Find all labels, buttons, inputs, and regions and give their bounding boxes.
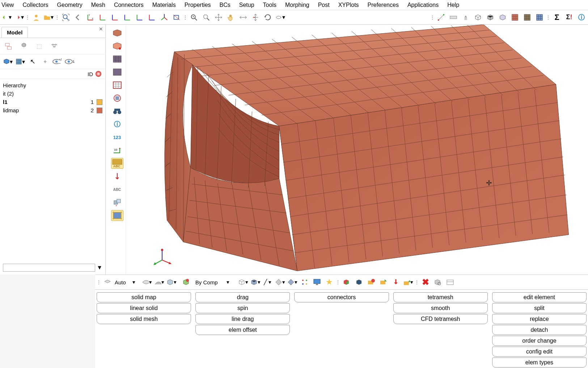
panel-solid-map[interactable]: solid map bbox=[97, 292, 191, 302]
diamond-icon[interactable]: ▾ bbox=[275, 277, 285, 287]
rotate-icon[interactable] bbox=[263, 12, 273, 22]
sigma-icon[interactable]: Σ bbox=[552, 12, 562, 22]
star-icon[interactable]: ★ bbox=[324, 277, 334, 287]
card-icon[interactable] bbox=[445, 277, 455, 287]
zoom-fit-icon[interactable] bbox=[61, 12, 71, 22]
color-swatch[interactable] bbox=[97, 108, 102, 113]
cursor-icon[interactable]: ↖ bbox=[28, 57, 38, 67]
close-icon[interactable]: ✕ bbox=[99, 26, 103, 32]
menu-mesh[interactable]: Mesh bbox=[87, 1, 110, 9]
mask-down-icon[interactable] bbox=[391, 277, 401, 287]
bycomp-dropdown[interactable]: ▾ bbox=[220, 279, 236, 285]
zoom-out-icon[interactable] bbox=[201, 12, 211, 22]
zoom-in-icon[interactable]: + bbox=[189, 12, 199, 22]
menu-bcs[interactable]: BCs bbox=[215, 1, 235, 9]
monitor-icon[interactable] bbox=[312, 277, 322, 287]
eye-toggle-icon[interactable]: +/− bbox=[52, 57, 62, 67]
axis-yx-icon[interactable] bbox=[122, 12, 132, 22]
mask-toggle1-icon[interactable] bbox=[366, 277, 376, 287]
transform-icon[interactable] bbox=[111, 197, 123, 208]
sigma-info-icon[interactable]: ⓘ bbox=[576, 12, 587, 22]
tree-item[interactable]: l1 1 bbox=[1, 98, 104, 106]
rotate-about-icon[interactable]: ▾ bbox=[275, 12, 285, 22]
panel-elem-types[interactable]: elem types bbox=[492, 357, 587, 368]
auto-dropdown[interactable]: ▾ bbox=[128, 279, 140, 285]
numbers-icon[interactable]: 123 bbox=[111, 132, 123, 143]
shade-mode2-icon[interactable] bbox=[111, 41, 123, 51]
axis-iso-icon[interactable] bbox=[159, 12, 169, 22]
menu-morphing[interactable]: Morphing bbox=[281, 1, 314, 9]
panel-replace[interactable]: replace bbox=[492, 314, 587, 324]
assembly-icon[interactable] bbox=[49, 41, 59, 51]
binoculars-icon[interactable] bbox=[111, 106, 123, 117]
find-cube-icon[interactable] bbox=[433, 277, 443, 287]
panel-line-drag[interactable]: line drag bbox=[195, 314, 290, 324]
axis-zy-icon[interactable] bbox=[147, 12, 157, 22]
angle-icon[interactable]: 10 bbox=[111, 145, 123, 156]
menu-applications[interactable]: Applications bbox=[403, 1, 443, 9]
menu-preferences[interactable]: Preferences bbox=[363, 1, 403, 9]
dots-icon[interactable] bbox=[300, 277, 310, 287]
panel-order-change[interactable]: order change bbox=[492, 336, 587, 346]
mesh3-icon[interactable] bbox=[534, 12, 545, 22]
mesh2-icon[interactable] bbox=[522, 12, 532, 22]
panel-tetramesh[interactable]: tetramesh bbox=[393, 292, 488, 302]
tree-item[interactable]: lidmap 2 bbox=[1, 106, 104, 114]
menu-view[interactable]: View bbox=[1, 1, 18, 9]
cube-wire-icon[interactable] bbox=[473, 12, 483, 22]
bycomp-icon[interactable] bbox=[179, 277, 193, 287]
menu-xyplots[interactable]: XYPlots bbox=[334, 1, 363, 9]
eye-isolate-icon[interactable]: 1 bbox=[64, 57, 75, 67]
reverse-view-icon[interactable] bbox=[172, 12, 182, 22]
menu-tools[interactable]: Tools bbox=[259, 1, 281, 9]
panel-connectors[interactable]: connectors bbox=[294, 292, 389, 302]
abc2-icon[interactable]: ABC bbox=[111, 184, 123, 195]
menu-geometry[interactable]: Geometry bbox=[53, 1, 87, 9]
mass-icon[interactable] bbox=[461, 12, 471, 22]
shade-mode4-icon[interactable] bbox=[111, 67, 123, 78]
line-icon[interactable]: ╱ ▾ bbox=[263, 277, 273, 287]
folder-icon[interactable]: ▾ bbox=[43, 12, 54, 22]
tree-group[interactable]: it (2) bbox=[1, 89, 104, 98]
wire-cube-icon[interactable]: ▾ bbox=[238, 277, 248, 287]
box-blue-icon[interactable]: ▾ bbox=[3, 57, 13, 67]
info-icon[interactable]: ⓘ bbox=[111, 119, 123, 130]
components-icon[interactable] bbox=[19, 41, 29, 51]
menu-materials[interactable]: Materials bbox=[148, 1, 180, 9]
delete-x-icon[interactable]: ✖ bbox=[420, 277, 431, 287]
mesh1-icon[interactable] bbox=[510, 12, 520, 22]
sigma-excl-icon[interactable]: Σ! bbox=[564, 12, 574, 22]
panel-config-edit[interactable]: config edit bbox=[492, 347, 587, 357]
user-icon[interactable] bbox=[31, 12, 41, 22]
cube-trans-icon[interactable] bbox=[498, 12, 508, 22]
zoom-horiz-icon[interactable] bbox=[238, 12, 248, 22]
redo-icon[interactable]: ▾ bbox=[14, 12, 24, 22]
ruler-icon[interactable] bbox=[448, 12, 458, 22]
shade-mode3-icon[interactable] bbox=[111, 54, 123, 64]
filter-combo[interactable] bbox=[3, 264, 95, 272]
down-arrow-icon[interactable] bbox=[111, 171, 123, 182]
panel-split[interactable]: split bbox=[492, 303, 587, 313]
panel-solid-mesh[interactable]: solid mesh bbox=[97, 314, 191, 324]
menu-help[interactable]: Help bbox=[443, 1, 464, 9]
axis-xy-icon[interactable]: YX bbox=[85, 12, 96, 22]
panel-linear-solid[interactable]: linear solid bbox=[97, 303, 191, 313]
shape1-icon[interactable]: ▾ bbox=[142, 277, 152, 287]
dim2-icon[interactable]: ✦ bbox=[40, 57, 50, 67]
axis-yz-icon[interactable] bbox=[110, 12, 120, 22]
mask-blue-icon[interactable] bbox=[354, 277, 364, 287]
shade-mode6-icon[interactable] bbox=[111, 93, 123, 104]
box-mesh-icon[interactable]: ▾ bbox=[15, 57, 25, 67]
panel-smooth[interactable]: smooth bbox=[393, 303, 488, 313]
pan-arrows-icon[interactable] bbox=[213, 12, 224, 22]
back-arrow-icon[interactable] bbox=[73, 12, 83, 22]
cube-icon[interactable]: ▾ bbox=[166, 277, 177, 287]
color-swatch[interactable] bbox=[97, 99, 102, 105]
mask-toggle2-icon[interactable] bbox=[378, 277, 389, 287]
tree-root[interactable]: Hierarchy bbox=[1, 81, 104, 89]
folder-tree-icon[interactable] bbox=[4, 41, 14, 51]
menu-connectors[interactable]: Connectors bbox=[110, 1, 148, 9]
select-box-icon[interactable] bbox=[111, 210, 123, 221]
abc-label-icon[interactable]: ABC bbox=[111, 158, 123, 169]
measure-line-icon[interactable] bbox=[436, 12, 446, 22]
